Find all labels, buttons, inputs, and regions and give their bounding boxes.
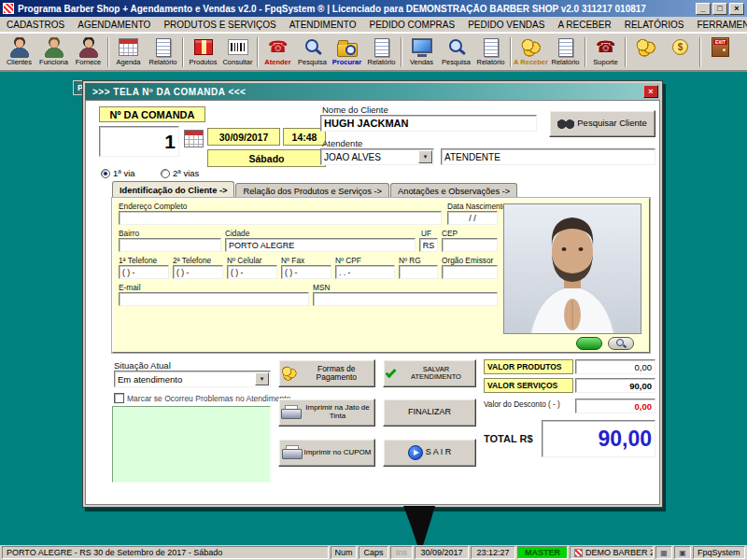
- fax-field[interactable]: ( ) -: [281, 265, 331, 279]
- menu-ferramentas[interactable]: FERRAMENTAS: [690, 18, 747, 32]
- orgao-field[interactable]: [442, 265, 498, 279]
- imprimir-jato-button[interactable]: Imprimir na Jato de Tinta: [278, 399, 375, 427]
- black-pointer-artifact: [392, 505, 448, 545]
- finalizar-button[interactable]: FINALIZAR: [383, 399, 476, 427]
- nascimento-field[interactable]: / /: [447, 211, 498, 225]
- cidade-field[interactable]: PORTO ALEGRE: [225, 238, 416, 252]
- minimize-icon[interactable]: _: [696, 3, 711, 15]
- sair-button[interactable]: S A I R: [383, 439, 476, 467]
- attendant-value: JOAO ALVES: [324, 152, 381, 162]
- toolbar-caixa-button[interactable]: [628, 35, 663, 70]
- menu-cadastros[interactable]: CADASTROS: [0, 18, 71, 32]
- photo-load-button[interactable]: [576, 337, 602, 350]
- tel1-field[interactable]: ( ) -: [119, 265, 169, 279]
- toolbar-consultar-button[interactable]: Consultar: [220, 35, 255, 70]
- toolbar-produtos-button[interactable]: Produtos: [186, 35, 220, 70]
- toolbar-suporte-button[interactable]: Suporte: [588, 35, 623, 70]
- toolbar-vendas-pesquisa-button[interactable]: Pesquisa: [439, 35, 473, 70]
- tel2-field[interactable]: ( ) -: [173, 265, 223, 279]
- toolbar-a-receber-relatorio-button[interactable]: Relatório: [548, 35, 583, 70]
- rg-field[interactable]: [399, 265, 438, 279]
- menu-pedido-vendas[interactable]: PEDIDO VENDAS: [461, 18, 551, 32]
- toolbar-vendas-button[interactable]: Vendas: [404, 35, 439, 70]
- msn-field[interactable]: [313, 292, 498, 306]
- menu-pedido-compras[interactable]: PEDIDO COMPRAS: [362, 18, 461, 32]
- msn-label: MSN: [313, 283, 330, 292]
- toolbar-a-receber-button[interactable]: A Receber: [514, 35, 548, 70]
- photo-zoom-button[interactable]: [608, 337, 634, 350]
- desconto-field[interactable]: 0,00: [575, 399, 655, 413]
- tab-anotacoes[interactable]: Anotações e Observações ->: [390, 183, 517, 199]
- endereco-field[interactable]: [119, 211, 442, 225]
- toolbar-atender-button[interactable]: Atender: [261, 35, 295, 70]
- barber-pole-icon: [574, 549, 583, 557]
- cpf-label: Nº CPF: [335, 256, 361, 265]
- close-icon[interactable]: ×: [729, 3, 744, 15]
- orgao-label: Orgão Emissor: [442, 256, 493, 265]
- tab-identificacao[interactable]: Identificação do Cliente ->: [112, 181, 234, 199]
- cep-field[interactable]: [442, 238, 498, 252]
- check-icon: [385, 366, 396, 377]
- toolbar-fornecedores-button[interactable]: Fornece: [71, 35, 106, 70]
- formas-pagamento-button[interactable]: Formas de Pagamento: [278, 359, 375, 387]
- cpf-field[interactable]: . . -: [335, 265, 395, 279]
- toolbar-moeda-button[interactable]: [663, 35, 698, 70]
- menu-agendamento[interactable]: AGENDAMENTO: [71, 18, 157, 32]
- toolbar-agenda-relatorio-button[interactable]: Relatório: [146, 35, 180, 70]
- status-demo: DEMO BARBER 2.0: [570, 546, 654, 559]
- situacao-combobox[interactable]: Em atendimento: [114, 371, 271, 387]
- report-icon: [558, 38, 573, 57]
- comanda-weekday: Sábado: [207, 149, 326, 167]
- menu-produtos-servicos[interactable]: PRODUTOS E SERVIÇOS: [157, 18, 282, 32]
- comanda-dialog-titlebar[interactable]: >>> TELA Nº DA COMANDA <<<: [85, 83, 660, 100]
- folder-search-icon: [337, 43, 358, 57]
- toolbar-clientes-button[interactable]: Clientes: [2, 35, 36, 70]
- toolbar-procurar-button[interactable]: Procurar: [330, 35, 364, 70]
- calendar-icon[interactable]: [184, 130, 204, 147]
- email-field[interactable]: [119, 292, 309, 306]
- attendant-label: Atendente: [322, 138, 362, 148]
- valor-servicos-field[interactable]: 90,00: [575, 378, 655, 393]
- problema-checkbox[interactable]: Marcar se Ocorreu Problemas no Atendimen…: [114, 393, 290, 403]
- toolbar-atender-relatorio-button[interactable]: Relatório: [364, 35, 399, 70]
- toolbar-separator: [107, 37, 109, 67]
- total-field[interactable]: 90,00: [542, 420, 655, 457]
- salvar-atendimento-button[interactable]: SALVAR ATENDIMENTO: [383, 359, 476, 387]
- attendant-combobox[interactable]: JOAO ALVES: [320, 148, 434, 165]
- status-grid-icon-panel[interactable]: ▦: [655, 546, 672, 559]
- attendant-role-field[interactable]: ATENDENTE: [441, 148, 655, 165]
- via2-label: 2ª vias: [173, 168, 199, 178]
- via2-radio[interactable]: 2ª vias: [161, 168, 199, 178]
- toolbar-agenda-button[interactable]: Agenda: [111, 35, 146, 70]
- toolbar-vendas-relatorio-button[interactable]: Relatório: [473, 35, 508, 70]
- status-num: Num: [331, 546, 357, 559]
- uf-field[interactable]: RS: [419, 238, 438, 252]
- via1-radio[interactable]: 1ª via: [101, 168, 135, 178]
- status-date: 30/09/2017: [415, 546, 469, 559]
- identification-panel: Endereço Completo Data Nascimento / / Ba…: [112, 198, 650, 353]
- menu-atendimento[interactable]: ATENDIMENTO: [283, 18, 363, 32]
- bairro-field[interactable]: [119, 238, 221, 252]
- valor-produtos-field[interactable]: 0,00: [575, 359, 655, 374]
- calendar-icon: [119, 38, 138, 56]
- dialog-close-icon[interactable]: [643, 85, 658, 98]
- toolbar-atender-pesquisa-button[interactable]: Pesquisa: [295, 35, 330, 70]
- search-client-button[interactable]: Pesquisar Cliente: [549, 110, 655, 137]
- comanda-number-field[interactable]: 1: [99, 126, 179, 157]
- menu-relatorios[interactable]: RELATÓRIOS: [618, 18, 691, 32]
- toolbar-funcionarios-button[interactable]: Funciona: [36, 35, 71, 70]
- status-panel-icon-panel[interactable]: ▣: [674, 546, 691, 559]
- client-name-field[interactable]: HUGH JACKMAN: [320, 115, 537, 132]
- menu-a-receber[interactable]: A RECEBER: [551, 18, 617, 32]
- app-titlebar[interactable]: Programa Barber Shop + Agendamento e Ven…: [0, 0, 747, 17]
- formas-pagamento-label: Formas de Pagamento: [301, 365, 373, 383]
- panel-icon: ▣: [679, 549, 686, 557]
- via1-label: 1ª via: [113, 168, 135, 178]
- toolbar-sair-button[interactable]: [703, 35, 738, 70]
- printer-icon: [282, 445, 301, 460]
- phone-icon: [268, 39, 288, 55]
- tab-produtos-servicos[interactable]: Relação dos Produtos e Serviços ->: [235, 183, 389, 199]
- maximize-icon[interactable]: □: [712, 3, 727, 15]
- celular-field[interactable]: ( ) -: [227, 265, 277, 279]
- imprimir-cupom-button[interactable]: Imprimir no CUPOM: [278, 439, 375, 467]
